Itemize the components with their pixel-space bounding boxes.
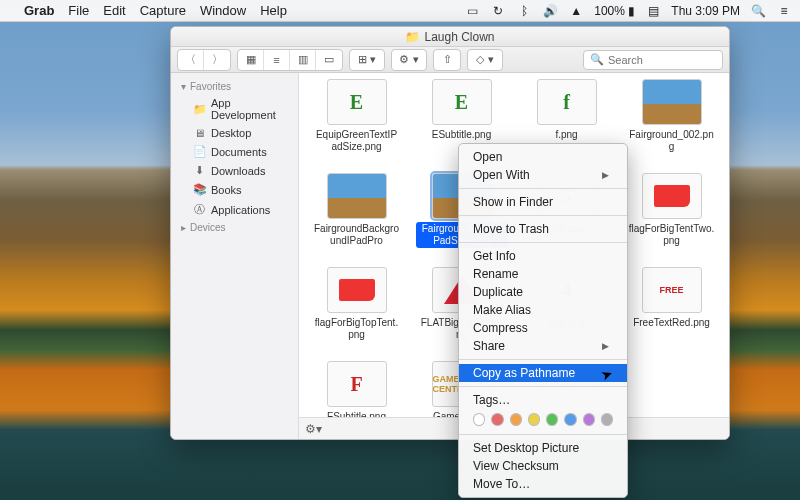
menu-file[interactable]: File [68, 3, 89, 18]
tag-dot[interactable] [491, 413, 503, 426]
menu-separator [459, 215, 627, 216]
arrange-button[interactable]: ⊞ ▾ [350, 50, 384, 70]
file-thumbnail [327, 267, 387, 313]
status-clock[interactable]: Thu 3:09 PM [671, 4, 740, 18]
menu-item-tags[interactable]: Tags… [459, 391, 627, 409]
menu-item-compress[interactable]: Compress [459, 319, 627, 337]
sidebar-item-label: Applications [211, 204, 270, 216]
tag-dot[interactable] [601, 413, 613, 426]
tag-dot[interactable] [564, 413, 576, 426]
file-item[interactable]: FairgroundBackgroundIPadPro [305, 173, 408, 265]
search-icon: 🔍 [590, 53, 604, 66]
menu-item-label: Duplicate [473, 285, 523, 299]
menu-item-move-to[interactable]: Move To… [459, 475, 627, 493]
menu-item-open-with[interactable]: Open With▶ [459, 166, 627, 184]
status-sync-icon[interactable]: ↻ [490, 4, 506, 18]
context-menu: OpenOpen With▶Show in FinderMove to Tras… [458, 143, 628, 498]
status-notification-icon[interactable]: ≡ [776, 4, 792, 18]
status-wifi-icon[interactable]: ▲ [568, 4, 584, 18]
sidebar-item-app-development[interactable]: 📁App Development [171, 94, 298, 124]
menu-item-open[interactable]: Open [459, 148, 627, 166]
sidebar-item-books[interactable]: 📚Books [171, 180, 298, 199]
tag-dot[interactable] [473, 413, 485, 426]
status-input-icon[interactable]: ▤ [645, 4, 661, 18]
view-list-button[interactable]: ≡ [264, 50, 290, 70]
menu-edit[interactable]: Edit [103, 3, 125, 18]
submenu-arrow-icon: ▶ [602, 170, 609, 180]
book-icon: 📚 [193, 183, 205, 196]
sidebar-item-desktop[interactable]: 🖥Desktop [171, 124, 298, 142]
file-item[interactable]: flagForBigTopTent.png [305, 267, 408, 359]
menu-item-view-checksum[interactable]: View Checksum [459, 457, 627, 475]
status-volume-icon[interactable]: 🔊 [542, 4, 558, 18]
menu-item-label: View Checksum [473, 459, 559, 473]
menu-item-label: Get Info [473, 249, 516, 263]
finder-window: 📁 Laugh Clown 〈 〉 ▦ ≡ ▥ ▭ ⊞ ▾ ⚙ ▾ ⇧ ◇ ▾ … [170, 26, 730, 440]
menu-item-label: Tags… [473, 393, 510, 407]
menu-item-get-info[interactable]: Get Info [459, 247, 627, 265]
file-item[interactable]: Fairground_002.png [620, 79, 723, 171]
sidebar-section-devices[interactable]: ▸ Devices [171, 220, 298, 235]
menu-separator [459, 434, 627, 435]
file-name: EquipGreenTextIPadSize.png [311, 128, 403, 154]
status-search-icon[interactable]: 🔍 [750, 4, 766, 18]
status-bluetooth-icon[interactable]: ᛒ [516, 4, 532, 18]
status-cloud-icon[interactable]: ▭ [464, 4, 480, 18]
status-battery[interactable]: 100% ▮ [594, 4, 635, 18]
sidebar-item-label: Downloads [211, 165, 265, 177]
menu-help[interactable]: Help [260, 3, 287, 18]
sidebar-item-downloads[interactable]: ⬇︎Downloads [171, 161, 298, 180]
view-icon-button[interactable]: ▦ [238, 50, 264, 70]
disclosure-triangle-icon[interactable]: ▾ [181, 81, 186, 92]
action-button[interactable]: ⚙ ▾ [392, 50, 426, 70]
menu-item-make-alias[interactable]: Make Alias [459, 301, 627, 319]
nav-forward-button[interactable]: 〉 [204, 50, 230, 70]
sidebar-section-favorites[interactable]: ▾ Favorites [171, 79, 298, 94]
menu-item-show-in-finder[interactable]: Show in Finder [459, 193, 627, 211]
menu-item-label: Open [473, 150, 502, 164]
finder-folder-icon: 📁 [405, 30, 420, 44]
submenu-arrow-icon: ▶ [602, 341, 609, 351]
sidebar-item-applications[interactable]: ⒶApplications [171, 199, 298, 220]
disclosure-triangle-icon[interactable]: ▸ [181, 222, 186, 233]
file-name: FairgroundBackgroundIPadPro [311, 222, 403, 248]
file-thumbnail: E [432, 79, 492, 125]
file-item[interactable]: flagForBigTentTwo.png [620, 173, 723, 265]
file-item[interactable]: FREEFreeTextRed.png [620, 267, 723, 359]
finder-titlebar[interactable]: 📁 Laugh Clown [171, 27, 729, 47]
tag-dot[interactable] [528, 413, 540, 426]
tags-button[interactable]: ◇ ▾ [468, 50, 502, 70]
file-name: ESubtitle.png [429, 128, 495, 142]
menu-capture[interactable]: Capture [140, 3, 186, 18]
tag-dot[interactable] [546, 413, 558, 426]
tag-dot[interactable] [510, 413, 522, 426]
menu-item-set-desktop-picture[interactable]: Set Desktop Picture [459, 439, 627, 457]
menu-item-move-to-trash[interactable]: Move to Trash [459, 220, 627, 238]
finder-title: Laugh Clown [424, 30, 494, 44]
sidebar-item-label: Desktop [211, 127, 251, 139]
share-button[interactable]: ⇧ [434, 50, 460, 70]
search-input[interactable] [608, 54, 716, 66]
applications-icon: Ⓐ [193, 202, 205, 217]
view-gallery-button[interactable]: ▭ [316, 50, 342, 70]
view-column-button[interactable]: ▥ [290, 50, 316, 70]
tag-dot[interactable] [583, 413, 595, 426]
menu-window[interactable]: Window [200, 3, 246, 18]
menu-item-label: Rename [473, 267, 518, 281]
menu-item-label: Copy as Pathname [473, 366, 575, 380]
menu-item-rename[interactable]: Rename [459, 265, 627, 283]
file-item[interactable]: EEquipGreenTextIPadSize.png [305, 79, 408, 171]
menu-item-label: Open With [473, 168, 530, 182]
menu-item-share[interactable]: Share▶ [459, 337, 627, 355]
gear-icon[interactable]: ⚙▾ [305, 422, 322, 436]
finder-sidebar: ▾ Favorites 📁App Development🖥Desktop📄Doc… [171, 73, 299, 439]
search-field[interactable]: 🔍 [583, 50, 723, 70]
sidebar-item-label: App Development [211, 97, 288, 121]
nav-back-button[interactable]: 〈 [178, 50, 204, 70]
menu-item-duplicate[interactable]: Duplicate [459, 283, 627, 301]
file-thumbnail: FREE [642, 267, 702, 313]
menu-app-name[interactable]: Grab [24, 3, 54, 18]
file-thumbnail [327, 173, 387, 219]
sidebar-item-documents[interactable]: 📄Documents [171, 142, 298, 161]
menu-item-label: Show in Finder [473, 195, 553, 209]
